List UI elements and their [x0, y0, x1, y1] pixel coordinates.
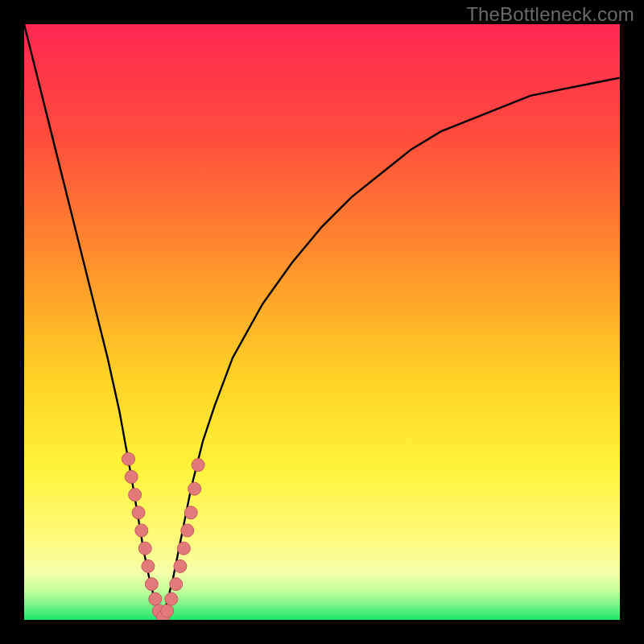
data-marker [184, 506, 197, 519]
data-marker [177, 542, 190, 555]
data-marker [122, 452, 135, 465]
data-marker [174, 559, 187, 572]
data-marker [132, 506, 145, 519]
data-marker [192, 459, 204, 472]
data-marker [188, 482, 201, 495]
curve-layer [24, 24, 620, 620]
data-marker [149, 592, 162, 605]
data-marker [181, 524, 194, 537]
data-marker [165, 592, 178, 605]
chart-stage: TheBottleneck.com [0, 0, 644, 644]
data-marker [129, 489, 142, 502]
data-marker [161, 605, 174, 617]
plot-area [24, 24, 620, 620]
watermark-text: TheBottleneck.com [466, 3, 634, 26]
data-marker [170, 578, 183, 591]
data-marker [135, 524, 148, 537]
bottleneck-curve-path [24, 24, 620, 620]
data-marker [145, 578, 158, 591]
marker-cluster-group [122, 452, 205, 620]
data-marker [138, 542, 151, 555]
data-marker [142, 559, 155, 572]
data-marker [125, 470, 138, 483]
